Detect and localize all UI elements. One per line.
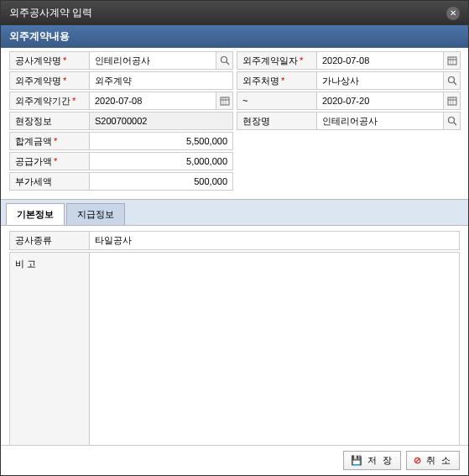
- label-site-info: 현장정보: [9, 112, 90, 130]
- subcontractor-input[interactable]: [317, 72, 443, 89]
- section-header: 외주계약내용: [1, 25, 468, 48]
- titlebar: 외주공사계약 입력 ✕: [1, 1, 468, 25]
- label-supply-amount: 공급가액*: [9, 152, 90, 170]
- site-info-input: [90, 112, 232, 129]
- label-subcontractor: 외주처명*: [237, 71, 317, 90]
- subcontract-name-input[interactable]: [90, 72, 232, 89]
- label-vat-amount: 부가세액: [9, 172, 90, 191]
- detail-area: 공사종류 비 고: [1, 226, 468, 458]
- calendar-icon[interactable]: [443, 92, 460, 109]
- subcontract-date-input[interactable]: [317, 52, 443, 69]
- calendar-icon[interactable]: [216, 92, 232, 109]
- svg-point-0: [221, 57, 227, 63]
- save-icon: 💾: [351, 455, 364, 466]
- window-title: 외주공사계약 입력: [9, 6, 92, 20]
- label-subcontract-date: 외주계약일자*: [237, 51, 317, 70]
- tab-basic[interactable]: 기본정보: [6, 203, 65, 225]
- label-total-amount: 합계금액*: [9, 132, 90, 150]
- save-button-label: 저 장: [367, 454, 393, 467]
- label-construction-contract: 공사계약명*: [9, 51, 90, 70]
- period-from-input[interactable]: [90, 92, 216, 109]
- label-work-type: 공사종류: [9, 231, 90, 250]
- close-icon[interactable]: ✕: [446, 7, 460, 20]
- form-area: 공사계약명* 외주계약명* 외주계약기간*: [1, 48, 468, 199]
- label-period: 외주계약기간*: [9, 92, 90, 110]
- label-subcontract-name: 외주계약명*: [9, 71, 90, 90]
- site-name-input[interactable]: [317, 112, 443, 129]
- svg-line-11: [454, 82, 456, 85]
- search-icon[interactable]: [443, 112, 460, 129]
- label-site-name: 현장명: [237, 112, 317, 130]
- vat-amount-input[interactable]: [90, 173, 232, 190]
- cancel-icon: ⊘: [414, 455, 423, 466]
- svg-point-16: [448, 118, 454, 123]
- work-type-input[interactable]: [90, 232, 459, 249]
- footer: 💾 저 장 ⊘ 취 소: [1, 445, 468, 475]
- svg-rect-2: [221, 97, 229, 105]
- total-amount-input[interactable]: [90, 133, 232, 149]
- memo-textarea[interactable]: [90, 253, 459, 452]
- search-icon[interactable]: [443, 72, 460, 89]
- supply-amount-input[interactable]: [90, 153, 232, 170]
- save-button[interactable]: 💾 저 장: [343, 451, 401, 470]
- construction-contract-input[interactable]: [90, 52, 216, 69]
- search-icon[interactable]: [216, 52, 232, 69]
- svg-line-1: [227, 62, 229, 65]
- svg-point-10: [448, 77, 454, 83]
- period-to-input[interactable]: [317, 92, 443, 109]
- cancel-button-label: 취 소: [426, 454, 452, 467]
- tabs: 기본정보 지급정보: [1, 199, 468, 226]
- cancel-button[interactable]: ⊘ 취 소: [406, 451, 460, 470]
- label-period-to: ~: [237, 92, 317, 110]
- calendar-icon[interactable]: [443, 52, 460, 69]
- label-memo: 비 고: [9, 252, 90, 453]
- svg-line-17: [454, 123, 456, 125]
- dialog-window: 외주공사계약 입력 ✕ 외주계약내용 공사계약명* 외주계약명* 외주계약기간*: [0, 0, 469, 476]
- svg-rect-6: [448, 57, 456, 65]
- svg-rect-12: [448, 97, 456, 105]
- tab-payment[interactable]: 지급정보: [66, 203, 125, 225]
